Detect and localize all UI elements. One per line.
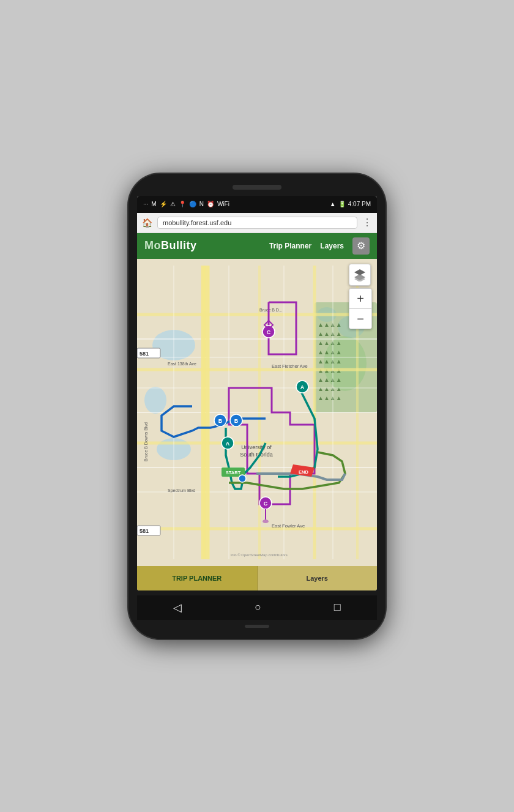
android-nav-bar: ◁ ○ □ <box>137 595 377 620</box>
clock-icon: ⏰ <box>207 201 214 207</box>
svg-text:A: A <box>226 441 230 447</box>
svg-text:South Florida: South Florida <box>240 452 273 458</box>
svg-text:East Fletcher Ave: East Fletcher Ave <box>272 363 308 369</box>
svg-text:▲▲▲▲: ▲▲▲▲ <box>318 376 342 383</box>
gmail-icon: M <box>151 201 156 207</box>
svg-text:END: END <box>299 469 308 475</box>
status-icons-left: ··· M ⚡ ⚠ 📍 🔵 N ⏰ WiFi <box>143 201 229 207</box>
svg-text:581: 581 <box>140 528 149 534</box>
browser-url-bar[interactable]: mobullity.forest.usf.edu <box>157 217 357 229</box>
browser-home-icon[interactable]: 🏠 <box>142 218 152 228</box>
svg-text:581: 581 <box>140 351 149 357</box>
app-header: MoBullity Trip Planner Layers ⚙ <box>137 233 377 259</box>
svg-text:▲▲▲▲: ▲▲▲▲ <box>318 349 342 356</box>
svg-point-2 <box>144 387 166 414</box>
phone-bottom-bar <box>245 625 269 628</box>
location-pin-icon: 📍 <box>179 201 186 207</box>
layers-tab[interactable]: Layers <box>258 566 378 590</box>
nfc-icon: N <box>199 201 204 207</box>
logo-bullity: Bullity <box>161 239 197 251</box>
map-svg: ▲▲▲▲ ▲▲▲▲ ▲▲▲▲ ▲▲▲▲ ▲▲▲▲ ▲▲▲▲ ▲▲▲▲ ▲▲▲▲ … <box>137 259 377 566</box>
svg-text:University of: University of <box>241 444 272 450</box>
status-bar: ··· M ⚡ ⚠ 📍 🔵 N ⏰ WiFi ▲ 🔋 4:07 PM <box>137 196 377 213</box>
app-logo: MoBullity <box>144 239 269 252</box>
svg-text:East Fowler Ave: East Fowler Ave <box>272 523 305 529</box>
home-button[interactable]: ○ <box>255 601 261 614</box>
status-icons-right: ▲ 🔋 4:07 PM <box>330 201 371 207</box>
svg-text:East 138th Ave: East 138th Ave <box>168 362 196 366</box>
trip-planner-tab[interactable]: TRIP PLANNER <box>137 566 257 590</box>
phone-screen: ··· M ⚡ ⚠ 📍 🔵 N ⏰ WiFi ▲ 🔋 4:07 PM 🏠 mob… <box>137 196 377 590</box>
map-zoom-controls: + − <box>349 288 372 329</box>
svg-text:C: C <box>264 501 268 507</box>
header-nav: Trip Planner Layers ⚙ <box>269 237 370 255</box>
svg-text:C: C <box>267 329 271 335</box>
svg-text:START: START <box>226 470 241 475</box>
wifi-icon: WiFi <box>217 201 229 207</box>
warning-icon: ⚠ <box>170 201 176 207</box>
svg-point-62 <box>239 475 246 482</box>
map-container[interactable]: ▲▲▲▲ ▲▲▲▲ ▲▲▲▲ ▲▲▲▲ ▲▲▲▲ ▲▲▲▲ ▲▲▲▲ ▲▲▲▲ … <box>137 259 377 566</box>
svg-text:B: B <box>218 418 223 424</box>
svg-point-68 <box>263 520 269 523</box>
svg-text:▲▲▲▲: ▲▲▲▲ <box>318 330 342 337</box>
bottom-tab-bar: TRIP PLANNER Layers <box>137 566 377 590</box>
notification-dots-icon: ··· <box>143 201 148 207</box>
svg-text:Bruce B Downs Blvd: Bruce B Downs Blvd <box>144 422 148 461</box>
svg-text:▲▲▲▲: ▲▲▲▲ <box>318 321 342 328</box>
phone-device: ··· M ⚡ ⚠ 📍 🔵 N ⏰ WiFi ▲ 🔋 4:07 PM 🏠 mob… <box>128 174 386 639</box>
map-controls: + − <box>349 264 372 329</box>
recents-button[interactable]: □ <box>334 601 341 614</box>
svg-text:Bruce B D...: Bruce B D... <box>259 308 283 312</box>
svg-text:Info © OpenStreetMap contribut: Info © OpenStreetMap contributors. <box>231 553 289 557</box>
svg-text:Spectrum Blvd: Spectrum Blvd <box>168 488 196 493</box>
layers-nav[interactable]: Layers <box>320 242 344 250</box>
svg-text:▲▲▲▲: ▲▲▲▲ <box>318 340 342 346</box>
logo-mo: Mo <box>144 239 161 251</box>
svg-text:▲▲▲▲: ▲▲▲▲ <box>318 386 342 392</box>
svg-text:▲▲▲▲: ▲▲▲▲ <box>318 358 342 365</box>
signal-icon: ▲ <box>330 201 336 207</box>
svg-text:A: A <box>300 384 305 390</box>
bluetooth-icon: 🔵 <box>189 201 196 207</box>
svg-text:B: B <box>234 418 239 424</box>
status-time: 4:07 PM <box>348 201 371 207</box>
url-text: mobullity.forest.usf.edu <box>163 219 231 226</box>
usb-icon: ⚡ <box>160 201 167 207</box>
battery-icon: 🔋 <box>338 201 346 207</box>
svg-text:▲▲▲▲: ▲▲▲▲ <box>318 395 342 401</box>
zoom-in-button[interactable]: + <box>349 289 371 308</box>
zoom-out-button[interactable]: − <box>349 309 371 329</box>
trip-planner-nav[interactable]: Trip Planner <box>269 242 311 250</box>
back-button[interactable]: ◁ <box>173 601 182 614</box>
browser-menu-icon[interactable]: ⋮ <box>362 217 372 228</box>
settings-gear-icon[interactable]: ⚙ <box>352 237 370 255</box>
map-layers-button[interactable] <box>349 264 371 286</box>
browser-bar: 🏠 mobullity.forest.usf.edu ⋮ <box>137 213 377 233</box>
layers-stack-icon <box>353 268 367 281</box>
phone-speaker <box>233 185 281 190</box>
